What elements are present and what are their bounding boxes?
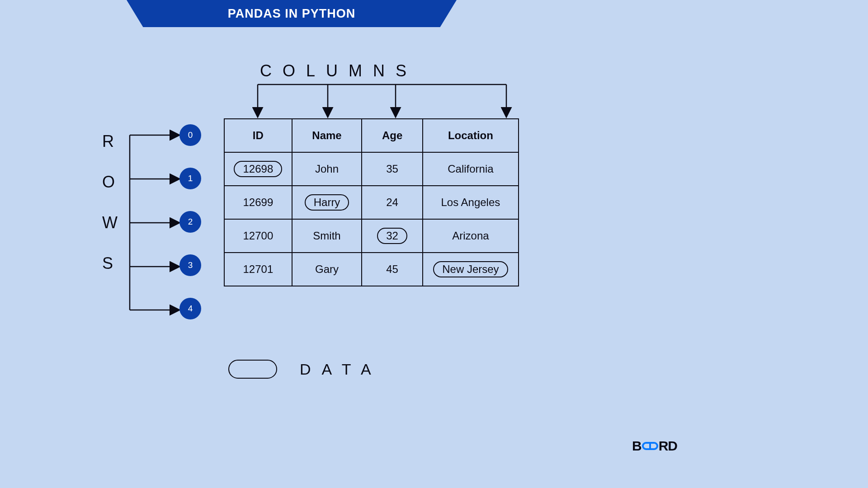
data-legend: DATA bbox=[228, 360, 382, 379]
cell-location: New Jersey bbox=[433, 261, 508, 277]
title-text: PANDAS IN PYTHON bbox=[228, 7, 356, 21]
rows-letter: S bbox=[102, 255, 118, 272]
brand-pre: B bbox=[632, 438, 642, 454]
table-row: 12701 Gary 45 New Jersey bbox=[224, 253, 519, 286]
rows-arrows-icon bbox=[127, 134, 182, 314]
title-banner: PANDAS IN PYTHON bbox=[127, 0, 457, 27]
col-header-id: ID bbox=[224, 119, 292, 152]
rows-letter: R bbox=[102, 133, 118, 150]
cell-age: 35 bbox=[386, 163, 398, 175]
cell-name: Smith bbox=[313, 230, 340, 242]
cell-id: 12699 bbox=[243, 196, 273, 208]
row-indices: 0 1 2 3 4 bbox=[179, 124, 201, 319]
cell-id: 12700 bbox=[243, 230, 273, 242]
brand-logo: B RD bbox=[632, 438, 677, 454]
dataframe-table: ID Name Age Location 12698 John 35 Calif… bbox=[224, 118, 519, 286]
row-index-badge: 4 bbox=[179, 298, 201, 319]
table-row: 12698 John 35 California bbox=[224, 152, 519, 186]
cell-location: Los Angeles bbox=[441, 196, 500, 208]
row-index-badge: 0 bbox=[179, 124, 201, 146]
row-index-badge: 2 bbox=[179, 211, 201, 233]
data-label: DATA bbox=[300, 361, 382, 378]
row-index-badge: 1 bbox=[179, 168, 201, 189]
cell-name: John bbox=[315, 163, 339, 175]
cell-age: 24 bbox=[386, 196, 398, 208]
cell-name: Gary bbox=[315, 263, 339, 275]
rows-letter: W bbox=[102, 215, 118, 231]
col-header-location: Location bbox=[423, 119, 519, 152]
brand-post: RD bbox=[659, 438, 677, 454]
cell-age: 32 bbox=[377, 228, 407, 244]
table-header-row: ID Name Age Location bbox=[224, 119, 519, 152]
infinity-icon bbox=[642, 442, 658, 450]
cell-location: California bbox=[448, 163, 493, 175]
cell-name: Harry bbox=[305, 194, 349, 211]
rows-label: R O W S bbox=[102, 133, 118, 272]
columns-label: COLUMNS bbox=[260, 61, 417, 80]
col-header-age: Age bbox=[362, 119, 422, 152]
columns-arrows-icon bbox=[255, 82, 509, 118]
cell-id: 12698 bbox=[234, 161, 282, 177]
row-index-badge: 3 bbox=[179, 254, 201, 276]
rows-letter: O bbox=[102, 174, 118, 190]
cell-age: 45 bbox=[386, 263, 398, 275]
table-row: 12699 Harry 24 Los Angeles bbox=[224, 186, 519, 219]
col-header-name: Name bbox=[292, 119, 362, 152]
cell-id: 12701 bbox=[243, 263, 273, 275]
table-row: 12700 Smith 32 Arizona bbox=[224, 219, 519, 253]
pill-icon bbox=[228, 360, 277, 379]
cell-location: Arizona bbox=[452, 230, 489, 242]
